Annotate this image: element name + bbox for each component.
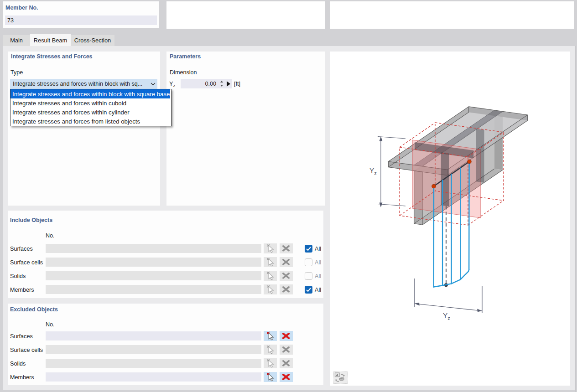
svg-text:Y: Y [443, 311, 447, 319]
svg-text:z: z [374, 170, 377, 176]
svg-text:Y: Y [369, 166, 374, 174]
svg-text:z: z [448, 315, 450, 321]
